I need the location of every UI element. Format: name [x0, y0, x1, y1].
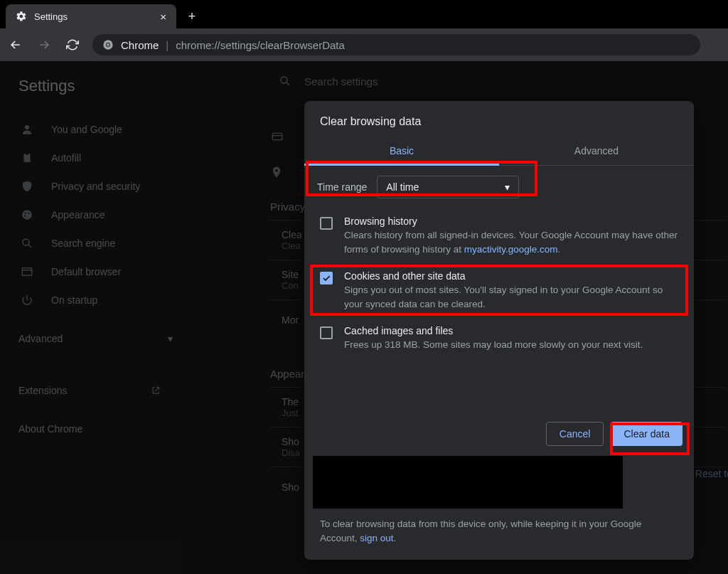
- chevron-down-icon: ▾: [505, 181, 510, 193]
- settings-page: Settings You and Google Autofill Privacy…: [0, 61, 728, 574]
- address-bar[interactable]: Chrome | chrome://settings/clearBrowserD…: [92, 34, 700, 55]
- checkbox[interactable]: [320, 326, 333, 339]
- option-desc: Frees up 318 MB. Some sites may load mor…: [344, 338, 643, 352]
- cancel-button[interactable]: Cancel: [546, 422, 604, 446]
- option-cookies[interactable]: Cookies and other site data Signs you ou…: [304, 263, 694, 318]
- time-range-value: All time: [386, 181, 419, 193]
- time-range-select[interactable]: All time ▾: [377, 176, 519, 198]
- time-range-row: Time range All time ▾: [304, 166, 694, 208]
- time-range-label: Time range: [317, 181, 367, 193]
- dialog-footer-note: To clear browsing data from this device …: [304, 509, 694, 560]
- dialog-button-row: Cancel Clear data: [304, 416, 694, 452]
- option-cached-images[interactable]: Cached images and files Frees up 318 MB.…: [304, 318, 694, 359]
- url-text: chrome://settings/clearBrowserData: [176, 39, 345, 51]
- forward-button[interactable]: [36, 36, 53, 53]
- browser-toolbar: Chrome | chrome://settings/clearBrowserD…: [0, 28, 728, 61]
- clear-data-button[interactable]: Clear data: [611, 422, 682, 446]
- option-title: Browsing history: [344, 216, 681, 227]
- tab-advanced[interactable]: Advanced: [499, 138, 694, 165]
- svg-point-2: [107, 43, 109, 46]
- reload-button[interactable]: [64, 36, 81, 53]
- back-button[interactable]: [7, 36, 24, 53]
- close-tab-icon[interactable]: ×: [160, 11, 166, 23]
- dialog-title: Clear browsing data: [304, 101, 694, 138]
- url-prefix: Chrome: [121, 39, 159, 51]
- option-desc: Clears history from all signed-in device…: [344, 228, 681, 256]
- tab-strip: Settings × +: [0, 0, 728, 28]
- option-title: Cached images and files: [344, 325, 643, 336]
- redacted-block: [313, 456, 623, 509]
- option-browsing-history[interactable]: Browsing history Clears history from all…: [304, 208, 694, 263]
- checkbox[interactable]: [320, 217, 333, 230]
- sign-out-link[interactable]: sign out: [360, 533, 393, 543]
- chrome-icon: [102, 39, 114, 51]
- dialog-tabs: Basic Advanced: [304, 138, 694, 166]
- gear-icon: [16, 11, 27, 22]
- option-desc: Signs you out of most sites. You'll stay…: [344, 283, 681, 311]
- tab-basic[interactable]: Basic: [304, 138, 499, 166]
- myactivity-link[interactable]: myactivity.google.com: [464, 244, 558, 255]
- new-tab-button[interactable]: +: [182, 6, 202, 26]
- url-separator: |: [166, 39, 168, 51]
- option-title: Cookies and other site data: [344, 270, 681, 282]
- clear-browsing-data-dialog: Clear browsing data Basic Advanced Time …: [304, 101, 694, 560]
- browser-tab-settings[interactable]: Settings ×: [6, 4, 176, 28]
- checkbox-checked[interactable]: [320, 272, 333, 285]
- tab-title: Settings: [34, 11, 68, 22]
